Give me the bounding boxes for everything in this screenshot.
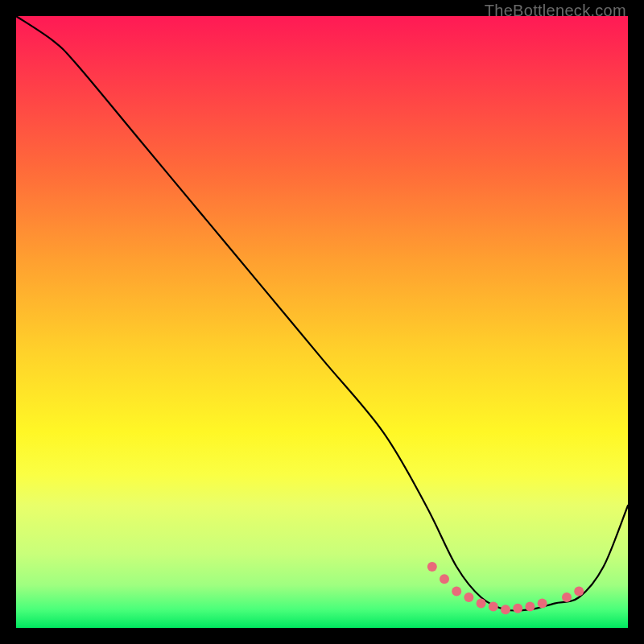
marker-dot [574, 586, 584, 596]
watermark-text: TheBottleneck.com [485, 2, 626, 20]
highlight-markers [427, 562, 584, 614]
marker-dot [477, 599, 486, 609]
bottleneck-curve [16, 16, 628, 611]
marker-dot [538, 599, 547, 609]
marker-dot [501, 605, 510, 614]
marker-dot [513, 604, 522, 613]
marker-dot [452, 586, 461, 596]
marker-dot [562, 592, 572, 602]
plot-area [16, 16, 628, 628]
marker-dot [440, 574, 449, 584]
marker-dot [525, 601, 535, 611]
chart-frame: TheBottleneck.com [0, 0, 644, 644]
marker-dot [464, 592, 473, 602]
marker-dot [489, 601, 498, 611]
curve-layer [16, 16, 628, 628]
marker-dot [427, 562, 437, 572]
